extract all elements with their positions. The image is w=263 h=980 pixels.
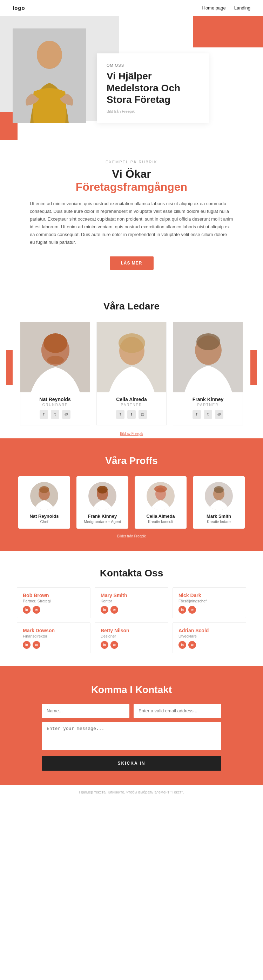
freepik-link[interactable]: Bild av Freepik: [120, 432, 143, 436]
facebook-icon-1[interactable]: f: [40, 410, 48, 419]
vi-okar-title: Vi Ökar Företagsframgången: [21, 167, 242, 194]
proffs-img-1: [30, 482, 58, 510]
kontakt-card-4: Mark Dowson Finansdirektör in ✉: [17, 622, 90, 653]
proffs-grid: Nat Reynolds Chef Frank Kinney Medgrunda…: [13, 476, 250, 529]
navbar: logo Home page Landing: [0, 0, 263, 16]
kontakt-card-1: Bob Brown Partner, Strategi in ✉: [17, 587, 90, 618]
linkedin-icon-4[interactable]: in: [23, 641, 30, 649]
ledare-role-2: PARTNER: [97, 403, 166, 407]
proffs-role-3: Kreativ konsult: [139, 520, 182, 524]
svg-point-27: [214, 486, 224, 493]
ledare-freepik: Bild av Freepik: [13, 432, 250, 436]
kontakt-name-2: Mary Smith: [101, 593, 162, 598]
facebook-icon-2[interactable]: f: [116, 410, 125, 419]
nav-landing[interactable]: Landing: [234, 5, 250, 11]
email-input[interactable]: [134, 704, 221, 718]
proffs-role-4: Kreativ ledare: [197, 520, 241, 524]
linkedin-icon-5[interactable]: in: [101, 641, 108, 649]
proffs-role-2: Medgrundare + Agent: [81, 520, 124, 524]
instagram-icon-1[interactable]: @: [62, 410, 70, 419]
name-input[interactable]: [42, 704, 129, 718]
svg-point-14: [196, 333, 220, 350]
ledare-orange-right: [250, 350, 257, 385]
ledare-name-3: Frank Kinney: [173, 396, 242, 402]
hero-content: OM OSS Vi Hjälper Medelstora Och Stora F…: [97, 53, 209, 123]
proffs-title: Våra Proffs: [13, 455, 250, 466]
proffs-img-4: [205, 482, 233, 510]
ledare-img-1: [21, 322, 90, 392]
svg-point-2: [37, 41, 62, 69]
ledare-img-3: [173, 322, 242, 392]
ledare-social-3: f t @: [173, 410, 242, 419]
kontakt-icons-1: in ✉: [23, 606, 84, 614]
las-mer-button[interactable]: LÄS MER: [110, 256, 154, 270]
hero-orange-top: [193, 16, 263, 48]
ledare-card-2: Celia Almeda PARTNER f t @: [97, 322, 166, 425]
email-icon-2[interactable]: ✉: [111, 606, 118, 614]
proffs-card-1: Nat Reynolds Chef: [18, 476, 70, 529]
kontakt-icons-3: in ✉: [179, 606, 240, 614]
kontakt-name-1: Bob Brown: [23, 593, 84, 598]
kontakt-name-6: Adrian Scold: [179, 628, 240, 633]
email-icon-3[interactable]: ✉: [188, 606, 196, 614]
form-section: Komma I Kontakt SKICKA IN: [0, 666, 263, 785]
kontakt-icons-2: in ✉: [101, 606, 162, 614]
ledare-title: Våra Ledare: [13, 301, 250, 312]
svg-point-11: [119, 333, 145, 353]
proffs-name-2: Frank Kinney: [81, 514, 124, 519]
email-icon-5[interactable]: ✉: [111, 641, 118, 649]
hero-image: [13, 29, 86, 123]
kontakt-icons-6: in ✉: [179, 641, 240, 649]
twitter-icon-3[interactable]: t: [204, 410, 212, 419]
svg-point-24: [154, 485, 167, 492]
logo: logo: [13, 5, 25, 11]
ledare-orange-left: [6, 350, 13, 385]
submit-button[interactable]: SKICKA IN: [42, 756, 221, 771]
ledare-name-2: Celia Almeda: [97, 396, 166, 402]
proffs-card-3: Celia Almeda Kreativ konsult: [135, 476, 187, 529]
kontakt-role-6: Utvecklare: [179, 634, 240, 638]
kontakt-role-2: Kontor: [101, 599, 162, 603]
proffs-name-1: Nat Reynolds: [22, 514, 66, 519]
proffs-freepik: Bilder från Freepik: [13, 534, 250, 538]
proffs-card-2: Frank Kinney Medgrundare + Agent: [76, 476, 128, 529]
svg-point-20: [97, 486, 108, 493]
kontakt-icons-5: in ✉: [101, 641, 162, 649]
linkedin-icon-2[interactable]: in: [101, 606, 108, 614]
linkedin-icon-6[interactable]: in: [179, 641, 186, 649]
ledare-img-2: [97, 322, 166, 392]
nav-home[interactable]: Home page: [202, 5, 226, 11]
form-row-1: [13, 704, 250, 718]
ledare-grid: Nat Reynolds GRUNDARE f t @: [13, 322, 250, 425]
proffs-name-4: Mark Smith: [197, 514, 241, 519]
kontakt-name-3: Nick Dark: [179, 593, 240, 598]
instagram-icon-3[interactable]: @: [215, 410, 223, 419]
kontakt-name-4: Mark Dowson: [23, 628, 84, 633]
email-icon-6[interactable]: ✉: [188, 641, 196, 649]
kontakt-role-4: Finansdirektör: [23, 634, 84, 638]
proffs-img-3: [147, 482, 174, 510]
instagram-icon-2[interactable]: @: [138, 410, 147, 419]
form-title: Komma I Kontakt: [13, 684, 250, 695]
footer: Пример текста. Кликните, чтобы выбрать э…: [0, 785, 263, 799]
kontakt-role-5: Designer: [101, 634, 162, 638]
kontakt-title: Kontakta Oss: [13, 568, 250, 579]
linkedin-icon-3[interactable]: in: [179, 606, 186, 614]
kontakt-grid: Bob Brown Partner, Strategi in ✉ Mary Sm…: [13, 587, 250, 653]
twitter-icon-2[interactable]: t: [127, 410, 136, 419]
hero-section: OM OSS Vi Hjälper Medelstora Och Stora F…: [0, 16, 263, 140]
facebook-icon-3[interactable]: f: [193, 410, 201, 419]
ledare-section: Våra Ledare Nat: [0, 284, 263, 436]
email-icon-1[interactable]: ✉: [33, 606, 40, 614]
ledare-role-1: GRUNDARE: [21, 403, 90, 407]
kontakt-icons-4: in ✉: [23, 641, 84, 649]
twitter-icon-1[interactable]: t: [51, 410, 59, 419]
email-icon-4[interactable]: ✉: [33, 641, 40, 649]
svg-rect-21: [98, 495, 106, 500]
message-input[interactable]: [42, 722, 221, 750]
linkedin-icon-1[interactable]: in: [23, 606, 30, 614]
proffs-img-2: [89, 482, 116, 510]
ledare-card-3: Frank Kinney PARTNER f t @: [173, 322, 243, 425]
nav-links: Home page Landing: [202, 5, 251, 11]
kontakt-card-3: Nick Dark Försäljningschef in ✉: [173, 587, 246, 618]
